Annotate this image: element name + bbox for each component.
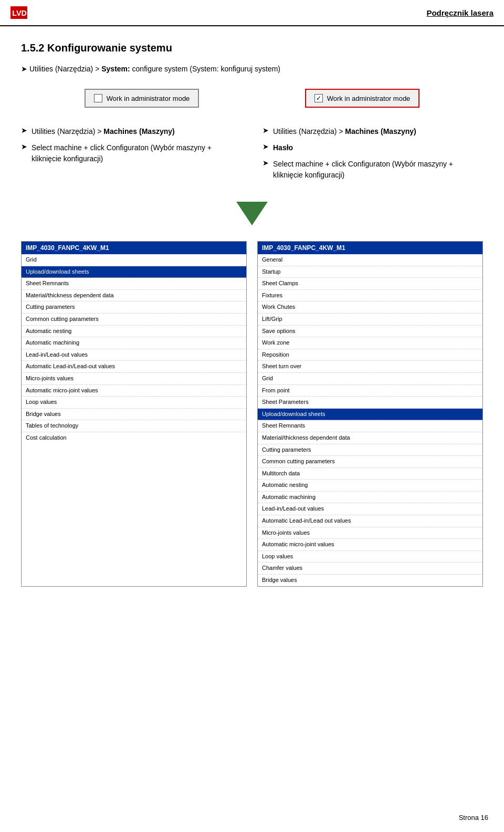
right-panel-body: General Startup Sheet Clamps Fixtures Wo… xyxy=(258,254,482,586)
checkbox-row: Work in administrator mode ✓ Work in adm… xyxy=(21,89,483,108)
right-panel-item-chamfer[interactable]: Chamfer values xyxy=(258,563,482,575)
right-panel-item-common[interactable]: Common cutting parameters xyxy=(258,456,482,468)
right-panel-item-workzone[interactable]: Work zone xyxy=(258,337,482,349)
left-panel-item-bridge[interactable]: Bridge values xyxy=(22,409,246,421)
left-panel-item-cutting[interactable]: Cutting parameters xyxy=(22,301,246,314)
page-number: Strona 16 xyxy=(459,814,488,821)
left-panel-item-grid[interactable]: Grid xyxy=(22,254,246,266)
section-title: 1.5.2 Konfigurowanie systemu xyxy=(21,42,483,54)
page-title: Podręcznik lasera xyxy=(426,8,494,17)
right-item-3: ➤ Select machine + click Configuraton (W… xyxy=(262,159,483,181)
checked-checkbox-icon[interactable]: ✓ xyxy=(314,94,323,102)
right-panel-item-nesting[interactable]: Automatic nesting xyxy=(258,480,482,492)
right-panel: IMP_4030_FANPC_4KW_M1 General Startup Sh… xyxy=(257,241,483,587)
left-panel-item-micro[interactable]: Micro-joints values xyxy=(22,373,246,385)
left-panel-item-loop[interactable]: Loop values xyxy=(22,397,246,409)
down-arrow-container xyxy=(21,202,483,225)
left-panel-header: IMP_4030_FANPC_4KW_M1 xyxy=(22,242,246,254)
arrow-icon-1: ➤ xyxy=(21,126,27,134)
header: LVD Podręcznik lasera xyxy=(0,0,504,26)
right-panel-item-remnants[interactable]: Sheet Remnants xyxy=(258,420,482,432)
right-panel-item-bridge[interactable]: Bridge values xyxy=(258,575,482,586)
right-panel-item-frompoint[interactable]: From point xyxy=(258,385,482,397)
left-panel-item-machining[interactable]: Automatic machining xyxy=(22,337,246,349)
left-panel-item-nesting[interactable]: Automatic nesting xyxy=(22,326,246,338)
lvd-logo-icon: LVD xyxy=(10,4,27,21)
left-item-2: ➤ Select machine + click Configuraton (W… xyxy=(21,142,242,164)
right-panel-item-general[interactable]: General xyxy=(258,254,482,266)
right-panel-item-upload[interactable]: Upload/download sheets xyxy=(258,409,482,421)
right-panel-item-sheetturn[interactable]: Sheet turn over xyxy=(258,361,482,373)
main-content: 1.5.2 Konfigurowanie systemu ➤ Utilities… xyxy=(0,26,504,602)
right-item-3-text: Select machine + click Configuraton (Wyb… xyxy=(273,159,483,181)
right-item-1: ➤ Utilities (Narzędzia) > Machines (Masz… xyxy=(262,126,483,137)
right-item-2-text: Hasło xyxy=(273,142,293,153)
left-panel-item-auto-micro[interactable]: Automatic micro-joint values xyxy=(22,385,246,397)
left-panel-item-cost[interactable]: Cost calculation xyxy=(22,432,246,444)
right-panel-item-loop[interactable]: Loop values xyxy=(258,551,482,563)
left-panel-item-material[interactable]: Material/thickness dependent data xyxy=(22,290,246,302)
right-panel-item-grid[interactable]: Grid xyxy=(258,373,482,385)
right-panel-item-reposition[interactable]: Reposition xyxy=(258,349,482,361)
arrow-icon-2: ➤ xyxy=(21,142,27,151)
right-panel-item-clamps[interactable]: Sheet Clamps xyxy=(258,278,482,290)
left-panel-item-tables[interactable]: Tables of technology xyxy=(22,420,246,432)
panels-row: IMP_4030_FANPC_4KW_M1 Grid Upload/downlo… xyxy=(21,241,483,587)
left-column: ➤ Utilities (Narzędzia) > Machines (Masz… xyxy=(21,126,242,186)
right-panel-item-multitorch[interactable]: Multitorch data xyxy=(258,468,482,480)
right-panel-item-auto-leadin[interactable]: Automatic Lead-in/Lead out values xyxy=(258,515,482,527)
unchecked-mode-box[interactable]: Work in administrator mode xyxy=(85,89,200,108)
right-panel-item-sheetparam[interactable]: Sheet Parameters xyxy=(258,397,482,409)
left-panel-item-leadin[interactable]: Lead-in/Lead-out values xyxy=(22,349,246,361)
left-item-2-text: Select machine + click Configuraton (Wyb… xyxy=(32,142,242,164)
arrow-icon-5: ➤ xyxy=(262,159,269,167)
arrow-icon-4: ➤ xyxy=(262,142,269,151)
right-panel-item-leadin[interactable]: Lead-in/Lead-out values xyxy=(258,503,482,515)
svg-text:LVD: LVD xyxy=(12,9,27,17)
right-item-2: ➤ Hasło xyxy=(262,142,483,153)
checked-mode-box[interactable]: ✓ Work in administrator mode xyxy=(305,89,420,108)
left-panel-item-auto-leadin[interactable]: Automatic Lead-in/Lead-out values xyxy=(22,361,246,373)
right-panel-item-micro[interactable]: Micro-joints values xyxy=(258,527,482,539)
left-item-1-text: Utilities (Narzędzia) > Machines (Maszyn… xyxy=(32,126,175,137)
right-panel-item-liftgrip[interactable]: Lift/Grip xyxy=(258,314,482,326)
intro-text: ➤ Utilities (Narzędzia) > System: config… xyxy=(21,65,483,73)
right-panel-item-chutes[interactable]: Work Chutes xyxy=(258,301,482,314)
arrow-icon-3: ➤ xyxy=(262,126,269,134)
right-panel-item-startup[interactable]: Startup xyxy=(258,266,482,278)
left-panel-item-upload[interactable]: Upload/download sheets xyxy=(22,266,246,278)
right-panel-header: IMP_4030_FANPC_4KW_M1 xyxy=(258,242,482,254)
footer: Strona 16 xyxy=(459,814,488,821)
two-column-section: ➤ Utilities (Narzędzia) > Machines (Masz… xyxy=(21,126,483,186)
left-panel-item-common[interactable]: Common cutting parameters xyxy=(22,314,246,326)
intro-utilities: Utilities (Narzędzia) > System: configur… xyxy=(29,65,280,73)
left-panel-body: Grid Upload/download sheets Sheet Remnan… xyxy=(22,254,246,444)
right-column: ➤ Utilities (Narzędzia) > Machines (Masz… xyxy=(262,126,483,186)
right-item-1-text: Utilities (Narzędzia) > Machines (Maszyn… xyxy=(273,126,416,137)
right-panel-item-fixtures[interactable]: Fixtures xyxy=(258,290,482,302)
right-panel-item-cutting[interactable]: Cutting parameters xyxy=(258,444,482,456)
down-arrow-icon xyxy=(236,202,268,225)
right-panel-item-auto-micro[interactable]: Automatic micro-joint values xyxy=(258,539,482,551)
right-panel-item-save[interactable]: Save options xyxy=(258,326,482,338)
checked-label: Work in administrator mode xyxy=(327,95,411,102)
left-panel: IMP_4030_FANPC_4KW_M1 Grid Upload/downlo… xyxy=(21,241,247,587)
unchecked-checkbox-icon[interactable] xyxy=(94,94,102,102)
logo: LVD xyxy=(10,4,30,21)
right-panel-item-machining[interactable]: Automatic machining xyxy=(258,492,482,504)
right-panel-item-material[interactable]: Material/thickness dependent data xyxy=(258,432,482,444)
left-item-1: ➤ Utilities (Narzędzia) > Machines (Masz… xyxy=(21,126,242,137)
unchecked-label: Work in administrator mode xyxy=(107,95,190,102)
left-panel-item-remnants[interactable]: Sheet Remnants xyxy=(22,278,246,290)
